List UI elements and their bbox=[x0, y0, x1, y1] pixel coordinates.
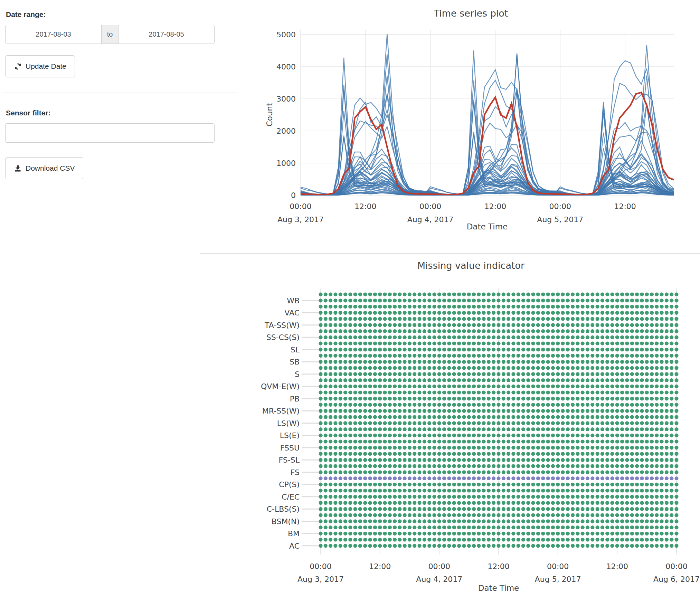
value-present-dot bbox=[517, 397, 520, 400]
value-present-dot bbox=[437, 403, 441, 407]
value-present-dot bbox=[640, 501, 644, 505]
time-series-chart[interactable]: 01000200030004000500000:00Aug 3, 201712:… bbox=[242, 0, 700, 247]
value-present-dot bbox=[482, 341, 486, 345]
value-present-dot bbox=[561, 427, 565, 431]
value-present-dot bbox=[620, 439, 624, 443]
value-present-dot bbox=[665, 372, 669, 376]
value-present-dot bbox=[635, 329, 639, 333]
value-present-dot bbox=[665, 532, 669, 536]
row-label: MR-SS(W) bbox=[262, 407, 300, 415]
value-present-dot bbox=[546, 427, 550, 431]
value-present-dot bbox=[541, 299, 545, 302]
value-present-dot bbox=[571, 385, 575, 388]
value-present-dot bbox=[551, 434, 555, 437]
value-present-dot bbox=[472, 397, 476, 400]
date-from-input[interactable] bbox=[5, 25, 102, 44]
value-present-dot bbox=[383, 483, 387, 486]
value-present-dot bbox=[437, 507, 441, 511]
value-present-dot bbox=[665, 292, 669, 296]
value-present-dot bbox=[590, 439, 594, 443]
value-present-dot bbox=[511, 464, 515, 468]
value-present-dot bbox=[536, 439, 540, 443]
value-present-dot bbox=[605, 421, 609, 425]
value-present-dot bbox=[447, 464, 451, 468]
value-missing-dot bbox=[403, 476, 407, 480]
value-missing-dot bbox=[615, 476, 619, 480]
sensor-filter-input[interactable] bbox=[5, 123, 215, 143]
chart-title: Time series plot bbox=[434, 8, 508, 19]
value-present-dot bbox=[373, 299, 377, 302]
value-present-dot bbox=[333, 439, 337, 443]
value-present-dot bbox=[403, 378, 407, 382]
value-present-dot bbox=[388, 538, 392, 541]
value-present-dot bbox=[546, 360, 550, 364]
value-present-dot bbox=[511, 385, 515, 388]
value-present-dot bbox=[596, 538, 599, 541]
value-present-dot bbox=[531, 470, 535, 474]
value-present-dot bbox=[472, 427, 476, 431]
value-present-dot bbox=[442, 378, 446, 382]
value-present-dot bbox=[674, 323, 678, 327]
value-present-dot bbox=[492, 299, 495, 302]
value-present-dot bbox=[511, 335, 515, 339]
value-present-dot bbox=[531, 354, 535, 358]
date-to-input[interactable] bbox=[118, 25, 215, 44]
value-present-dot bbox=[660, 323, 664, 327]
value-present-dot bbox=[393, 317, 397, 321]
value-present-dot bbox=[620, 390, 624, 394]
value-present-dot bbox=[551, 415, 555, 419]
value-present-dot bbox=[576, 335, 579, 339]
value-present-dot bbox=[437, 397, 441, 400]
value-present-dot bbox=[447, 544, 451, 548]
value-present-dot bbox=[561, 421, 565, 425]
value-present-dot bbox=[408, 525, 412, 529]
value-present-dot bbox=[605, 329, 609, 333]
value-present-dot bbox=[363, 427, 367, 431]
value-present-dot bbox=[586, 305, 589, 309]
value-present-dot bbox=[403, 525, 407, 529]
value-present-dot bbox=[605, 311, 609, 315]
value-present-dot bbox=[511, 348, 515, 351]
missing-value-chart[interactable]: Missing value indicator00:00Aug 3, 20171… bbox=[242, 256, 700, 606]
value-present-dot bbox=[383, 507, 387, 511]
value-present-dot bbox=[482, 464, 486, 468]
value-present-dot bbox=[650, 415, 654, 419]
value-present-dot bbox=[600, 507, 604, 511]
value-present-dot bbox=[660, 397, 664, 400]
value-missing-dot bbox=[655, 476, 659, 480]
value-present-dot bbox=[640, 403, 644, 407]
value-present-dot bbox=[546, 513, 550, 517]
value-present-dot bbox=[339, 434, 342, 437]
value-present-dot bbox=[526, 489, 530, 492]
value-present-dot bbox=[581, 385, 585, 388]
value-present-dot bbox=[665, 366, 669, 370]
value-present-dot bbox=[511, 434, 515, 437]
value-present-dot bbox=[517, 495, 520, 499]
update-date-button[interactable]: Update Date bbox=[5, 55, 75, 77]
value-present-dot bbox=[625, 317, 629, 321]
value-present-dot bbox=[339, 360, 342, 364]
value-present-dot bbox=[358, 513, 362, 517]
value-present-dot bbox=[432, 292, 436, 296]
value-present-dot bbox=[333, 292, 337, 296]
value-present-dot bbox=[482, 317, 486, 321]
value-present-dot bbox=[368, 335, 372, 339]
value-present-dot bbox=[600, 360, 604, 364]
value-present-dot bbox=[655, 427, 659, 431]
download-csv-button[interactable]: Download CSV bbox=[5, 157, 83, 179]
value-present-dot bbox=[457, 311, 461, 315]
value-present-dot bbox=[561, 311, 565, 315]
value-present-dot bbox=[566, 434, 570, 437]
value-present-dot bbox=[378, 397, 382, 400]
value-present-dot bbox=[640, 458, 644, 462]
value-present-dot bbox=[650, 409, 654, 413]
value-present-dot bbox=[492, 519, 495, 523]
value-present-dot bbox=[373, 385, 377, 388]
value-present-dot bbox=[511, 341, 515, 345]
value-present-dot bbox=[343, 390, 347, 394]
value-present-dot bbox=[546, 329, 550, 333]
value-present-dot bbox=[571, 501, 575, 505]
value-present-dot bbox=[645, 366, 649, 370]
value-present-dot bbox=[452, 292, 456, 296]
value-present-dot bbox=[378, 458, 382, 462]
